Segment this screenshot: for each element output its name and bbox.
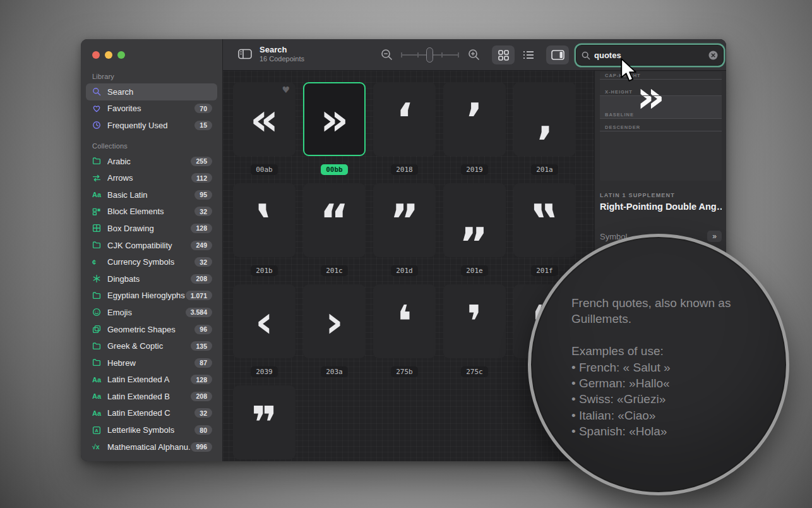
- sidebar-item-letterlike-symbols[interactable]: ALetterlike Symbols80: [86, 421, 217, 438]
- favorite-heart-icon: ♥: [282, 85, 290, 94]
- count-badge: 15: [194, 121, 212, 130]
- glyph-tile-201e[interactable]: „: [443, 183, 506, 257]
- glyph-character: ‘: [396, 97, 413, 142]
- codepoint-label: 275b: [391, 366, 418, 377]
- sidebar-item-arrows[interactable]: Arrows112: [86, 169, 217, 186]
- codepoint-label: 2018: [391, 164, 418, 175]
- sidebar-item-arabic[interactable]: Arabic255: [86, 153, 217, 170]
- sidebar-item-basic-latin[interactable]: AaBasic Latin95: [86, 186, 217, 203]
- zoom-window-button[interactable]: [117, 51, 125, 59]
- glyph-cell-2019: ’2019: [443, 82, 506, 183]
- sidebar-item-cjk-compatibility[interactable]: CJK Compatibility249: [86, 237, 217, 254]
- count-badge: 208: [191, 392, 212, 401]
- arrows-icon: [92, 174, 107, 183]
- list-view-button[interactable]: [517, 45, 540, 64]
- sidebar-item-latin-extended-b[interactable]: AaLatin Extended B208: [86, 388, 217, 405]
- page-title: Search: [260, 45, 304, 54]
- metric-guide-line: [600, 118, 722, 119]
- sidebar-item-box-drawing[interactable]: Box Drawing128: [86, 220, 217, 237]
- minimize-window-button[interactable]: [105, 51, 112, 59]
- sidebar-list: LibrarySearchFavorites70Frequently Used1…: [81, 73, 222, 461]
- magnifier-icon: [92, 87, 107, 96]
- folder-icon: [92, 157, 107, 166]
- search-field[interactable]: [576, 45, 723, 65]
- count-badge: 128: [191, 224, 212, 233]
- glyph-cell-201c: “201c: [303, 183, 366, 284]
- sidebar-item-currency-symbols[interactable]: ¢Currency Symbols32: [86, 253, 217, 270]
- toggle-sidebar-button[interactable]: [238, 49, 252, 59]
- grid-view-button[interactable]: [492, 45, 515, 64]
- glyph-tile-201a[interactable]: ‚: [513, 82, 576, 156]
- sidebar-item-geometric-shapes[interactable]: Geometric Shapes96: [86, 321, 217, 338]
- glyph-grid-row: «♥00ab»00bb‘2018’2019‚201a: [233, 82, 594, 183]
- glyph-cell-00bb: »00bb: [303, 82, 366, 183]
- sidebar-item-label: Hebrew: [107, 358, 194, 368]
- loupe-text-line: Examples of use:: [571, 343, 731, 359]
- glyph-character: ‹: [255, 299, 273, 344]
- codepoint-label: 275c: [461, 366, 488, 377]
- codepoint-label: 201d: [391, 265, 418, 276]
- smiley-icon: [92, 308, 107, 317]
- clear-search-icon[interactable]: [708, 51, 718, 60]
- glyph-character: »: [320, 97, 349, 142]
- glyph-tile-275b[interactable]: ❛: [373, 284, 436, 358]
- sidebar-item-hebrew[interactable]: Hebrew87: [86, 354, 217, 372]
- glyph-tile-2018[interactable]: ‘: [373, 82, 436, 156]
- glyph-size-slider[interactable]: [401, 54, 459, 56]
- zoom-out-button[interactable]: [381, 49, 393, 61]
- sidebar-item-latin-extended-c[interactable]: AaLatin Extended C32: [86, 405, 217, 422]
- sidebar-item-latin-extended-a[interactable]: AaLatin Extended A128: [86, 372, 217, 389]
- sidebar-item-label: Basic Latin: [107, 190, 194, 200]
- glyph-tile-201f[interactable]: ‟: [513, 183, 576, 257]
- sidebar-item-label: Dingbats: [107, 274, 191, 284]
- slider-handle[interactable]: [426, 47, 433, 63]
- sidebar-item-label: Arrows: [107, 173, 191, 183]
- folder-icon: [92, 358, 107, 367]
- glyph-character: ’: [466, 97, 483, 142]
- sidebar-item-block-elements[interactable]: Block Elements32: [86, 203, 217, 221]
- sidebar-item-favorites[interactable]: Favorites70: [86, 100, 217, 118]
- sidebar-item-egyptian-hieroglyphs[interactable]: Egyptian Hieroglyphs1.071: [86, 287, 217, 305]
- property-value-badge[interactable]: »: [707, 231, 722, 242]
- metric-guide-line: [600, 131, 722, 131]
- sidebar-item-mathematical-alphanu[interactable]: √xMathematical Alphanu...996: [86, 438, 217, 456]
- aa-icon: Aa: [92, 191, 107, 198]
- codepoint-label: 201b: [251, 265, 278, 276]
- sidebar-item-label: Search: [107, 87, 212, 97]
- count-badge: 135: [191, 341, 212, 351]
- count-badge: 80: [194, 425, 212, 435]
- sidebar-item-emojis[interactable]: Emojis3.584: [86, 304, 217, 321]
- glyph-character: ❛: [397, 299, 412, 344]
- glyph-tile-275e[interactable]: ❞: [233, 385, 296, 459]
- glyph-cell-2039: ‹2039: [233, 284, 296, 385]
- glyph-tile-2019[interactable]: ’: [443, 82, 506, 156]
- sidebar-item-frequently-used[interactable]: Frequently Used15: [86, 117, 217, 134]
- toggle-inspector-button[interactable]: [546, 45, 569, 64]
- glyph-tile-201c[interactable]: “: [303, 183, 366, 257]
- zoom-in-button[interactable]: [468, 49, 481, 61]
- glyph-tile-00ab[interactable]: «♥: [233, 82, 296, 156]
- count-badge: 32: [194, 257, 212, 267]
- sidebar-item-label: CJK Compatibility: [107, 241, 191, 250]
- glyph-tile-00bb[interactable]: »: [303, 82, 366, 156]
- close-window-button[interactable]: [92, 51, 100, 59]
- loupe-bullet-line: • French: « Salut »: [571, 360, 731, 375]
- glyph-tile-203a[interactable]: ›: [303, 284, 366, 358]
- glyph-grid-row: ‛201b“201c”201d„201e‟201f: [233, 183, 594, 284]
- sidebar-item-search[interactable]: Search: [86, 83, 217, 100]
- sidebar-item-dingbats[interactable]: Dingbats208: [86, 270, 217, 287]
- count-badge: 87: [194, 358, 212, 368]
- metric-guide-line: [600, 79, 722, 80]
- sidebar-item-label: Greek & Coptic: [107, 341, 191, 351]
- glyph-tile-201b[interactable]: ‛: [233, 183, 296, 257]
- search-input[interactable]: [594, 51, 708, 60]
- glyph-cell-00ab: «♥00ab: [233, 82, 296, 183]
- glyph-tile-275c[interactable]: ❜: [443, 284, 506, 358]
- glyph-tile-2039[interactable]: ‹: [233, 284, 296, 358]
- sidebar-item-greek-coptic[interactable]: Greek & Coptic135: [86, 337, 217, 354]
- zoom-in-icon: [468, 49, 481, 61]
- sidebar-section-header: Collections: [92, 142, 222, 153]
- sidebar-item-label: Frequently Used: [107, 121, 194, 130]
- glyph-tile-201d[interactable]: ”: [373, 183, 436, 257]
- codepoint-label: 2019: [461, 164, 488, 175]
